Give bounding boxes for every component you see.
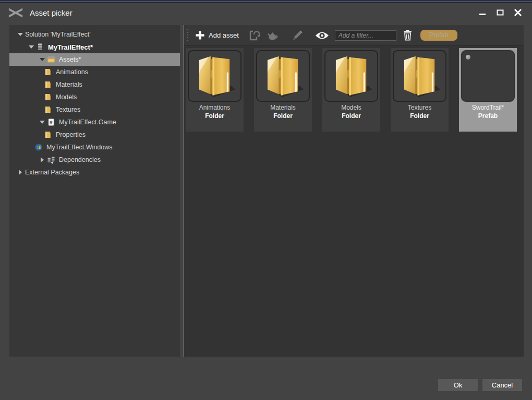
eye-icon <box>315 31 329 40</box>
asset-panel: Add asset Prefab Animations Folder <box>184 25 524 357</box>
tree-item-label: Animations <box>56 68 88 76</box>
add-asset-button[interactable]: Add asset <box>192 27 241 44</box>
panel-splitter[interactable] <box>180 25 184 357</box>
chevron-right-icon[interactable] <box>16 166 25 179</box>
csharp-project-icon <box>47 118 56 126</box>
dependencies-icon <box>47 156 56 164</box>
tree-item-models[interactable]: Models <box>9 91 180 103</box>
asset-tile-textures[interactable]: Textures Folder <box>391 48 449 132</box>
tile-name: Models <box>322 104 380 112</box>
gold-folder-icon <box>194 53 236 99</box>
tree-item-label: Dependencies <box>59 156 101 163</box>
tree-item-animations[interactable]: Animations <box>9 66 180 78</box>
chevron-down-icon[interactable] <box>27 41 36 53</box>
view-options-button[interactable] <box>312 27 332 44</box>
folder-icon <box>44 68 53 76</box>
edit-asset-button[interactable] <box>288 27 306 44</box>
minimize-button[interactable] <box>474 6 491 19</box>
tree-item-materials[interactable]: Materials <box>9 78 180 91</box>
gold-folder-icon <box>262 53 305 99</box>
folder-icon <box>44 93 53 101</box>
tree-item-label: MyTrailEffect* <box>48 43 93 51</box>
asset-grid: Animations Folder Materials Folder Model… <box>184 46 524 357</box>
filter-tag-prefab[interactable]: Prefab <box>420 30 457 41</box>
tree-item-windows-project[interactable]: MyTrailEffect.Windows <box>9 141 180 154</box>
gold-folder-icon <box>330 53 373 99</box>
tile-type: Prefab <box>459 112 517 120</box>
tree-item-label: Solution 'MyTrailEffect' <box>25 31 91 38</box>
folder-icon <box>44 105 53 114</box>
solution-tree-panel: Solution 'MyTrailEffect' MyTrailEffect* … <box>9 25 180 357</box>
tile-thumbnail <box>256 50 310 102</box>
tile-type: Folder <box>391 112 449 120</box>
tree-item-package[interactable]: MyTrailEffect* <box>9 41 180 53</box>
tree-item-label: Models <box>56 93 77 101</box>
windows-icon <box>34 143 43 151</box>
tile-thumbnail <box>393 50 446 102</box>
filter-input[interactable] <box>335 30 396 41</box>
gold-folder-icon <box>398 53 441 99</box>
teapot-icon <box>266 29 279 42</box>
tree-item-textures[interactable]: Textures <box>9 103 180 116</box>
import-icon <box>248 29 261 42</box>
folder-open-icon <box>47 55 56 64</box>
close-button[interactable] <box>509 6 527 19</box>
tile-thumbnail <box>324 50 378 102</box>
asset-toolbar: Add asset Prefab <box>184 25 524 46</box>
tile-name: Animations <box>186 104 244 112</box>
tile-type: Folder <box>186 112 244 120</box>
tile-name: Materials <box>254 104 312 112</box>
tree-item-dependencies[interactable]: Dependencies <box>9 154 180 166</box>
pencil-icon <box>291 29 304 42</box>
asset-tile-models[interactable]: Models Folder <box>322 48 380 132</box>
package-icon <box>36 43 45 51</box>
stride-logo-icon <box>7 7 24 18</box>
asset-tile-animations[interactable]: Animations Folder <box>186 48 244 132</box>
tree-item-external-packages[interactable]: External Packages <box>9 166 180 179</box>
add-asset-label: Add asset <box>209 31 239 39</box>
asset-tile-swordtrail[interactable]: SwordTrail* Prefab <box>459 48 517 132</box>
window-title: Asset picker <box>30 8 72 17</box>
tile-type: Folder <box>322 112 380 120</box>
cancel-button[interactable]: Cancel <box>482 379 522 391</box>
tree-item-solution[interactable]: Solution 'MyTrailEffect' <box>9 28 180 41</box>
tile-name: SwordTrail* <box>459 104 517 112</box>
tree-item-label: External Packages <box>25 169 79 176</box>
folder-icon <box>44 80 53 89</box>
toolbar-grip-handle[interactable] <box>187 29 188 42</box>
chevron-down-icon[interactable] <box>38 53 47 66</box>
tile-thumbnail <box>461 50 515 102</box>
tree-item-label: Assets* <box>59 56 81 63</box>
tile-thumbnail <box>188 50 241 102</box>
tile-name: Textures <box>391 104 449 112</box>
plus-icon <box>195 30 205 40</box>
tile-type: Folder <box>254 112 312 120</box>
tree-item-label: MyTrailEffect.Game <box>59 119 116 126</box>
tree-item-label: Properties <box>56 131 86 138</box>
trash-icon <box>403 29 413 41</box>
asset-tile-materials[interactable]: Materials Folder <box>254 48 312 132</box>
chevron-right-icon[interactable] <box>38 154 47 166</box>
dialog-footer: Ok Cancel <box>438 379 522 391</box>
tree-item-label: MyTrailEffect.Windows <box>46 144 112 151</box>
tree-item-label: Materials <box>56 81 82 88</box>
titlebar: Asset picker <box>0 3 532 22</box>
chevron-down-icon[interactable] <box>38 116 47 128</box>
ok-button[interactable]: Ok <box>438 379 478 391</box>
tree-item-game-project[interactable]: MyTrailEffect.Game <box>9 116 180 128</box>
maximize-button[interactable] <box>491 6 509 19</box>
tree-item-properties[interactable]: Properties <box>9 128 180 141</box>
prefab-preview-dot <box>466 55 470 60</box>
tree-item-label: Textures <box>56 106 80 113</box>
delete-filter-button[interactable] <box>400 27 415 44</box>
folder-icon <box>44 131 53 139</box>
chevron-down-icon[interactable] <box>16 28 25 41</box>
import-asset-button[interactable] <box>246 27 263 44</box>
sample-assets-button[interactable] <box>263 27 281 44</box>
tree-item-assets[interactable]: Assets* <box>9 53 180 66</box>
